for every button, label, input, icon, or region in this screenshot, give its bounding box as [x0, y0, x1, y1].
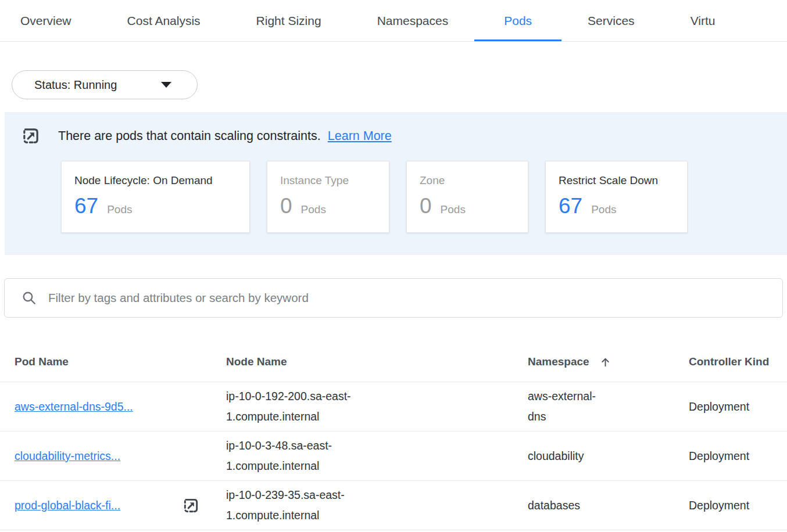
namespace-cell: aws-external-dns [513, 386, 606, 427]
column-header-label: Namespace [528, 355, 589, 368]
namespace-cell: databases [513, 495, 606, 516]
column-header-label: Node Name [226, 355, 287, 368]
tab-label: Cost Analysis [127, 14, 201, 28]
search-icon [22, 290, 37, 306]
column-header-node-name[interactable]: Node Name [212, 355, 513, 368]
node-name-cell: ip-10-0-239-35.sa-east-1.compute.interna… [212, 481, 386, 530]
chevron-down-icon [161, 82, 171, 88]
controller-kind-cell: Deployment [674, 400, 787, 414]
card-value: 67 [559, 194, 582, 218]
scaling-constraints-banner: There are pods that contain scaling cons… [5, 112, 787, 255]
search-input[interactable] [47, 290, 771, 305]
column-header-label: Controller Kind [689, 355, 769, 368]
card-metric: 0Pods [280, 194, 389, 218]
tab-overview[interactable]: Overview [20, 0, 71, 42]
node-name-cell: ip-10-0-192-200.sa-east-1.compute.intern… [212, 382, 386, 431]
tab-right-sizing[interactable]: Right Sizing [256, 0, 321, 42]
tab-label: Overview [20, 14, 71, 28]
pod-name-cell: aws-external-dns-9d5... [0, 400, 212, 414]
pod-name-link[interactable]: prod-global-black-fi... [15, 499, 120, 512]
card-title: Restrict Scale Down [559, 174, 687, 187]
tab-label: Namespaces [377, 14, 449, 28]
scale-out-icon [182, 497, 200, 515]
card-title: Instance Type [280, 174, 389, 187]
pods-table: Pod NameNode NameNamespaceController Kin… [0, 342, 787, 530]
pod-name-link[interactable]: aws-external-dns-9d5... [15, 400, 133, 414]
table-row: prod-global-black-fi...ip-10-0-239-35.sa… [0, 481, 787, 530]
card-title: Node Lifecycle: On Demand [74, 174, 249, 187]
banner-message: There are pods that contain scaling cons… [58, 129, 392, 143]
constraint-card-zone[interactable]: Zone0Pods [406, 161, 528, 233]
banner-message-text: There are pods that contain scaling cons… [58, 129, 321, 143]
card-unit: Pods [591, 203, 616, 216]
constraint-card-restrict-scale-down[interactable]: Restrict Scale Down67Pods [545, 161, 688, 233]
controller-kind-cell: Deployment [674, 499, 787, 512]
card-unit: Pods [301, 203, 326, 216]
namespace-cell: cloudability [513, 446, 606, 466]
node-name-cell: ip-10-0-3-48.sa-east-1.compute.internal [212, 432, 386, 480]
card-metric: 0Pods [420, 194, 528, 218]
pod-name-cell: prod-global-black-fi... [0, 497, 212, 515]
tab-bar: OverviewCost AnalysisRight SizingNamespa… [0, 0, 787, 42]
card-title: Zone [420, 174, 528, 187]
tab-label: Services [588, 14, 635, 28]
tab-label: Pods [504, 14, 532, 28]
sort-ascending-icon [600, 357, 611, 368]
scale-out-icon [21, 126, 41, 146]
search-bar [4, 278, 783, 318]
learn-more-link[interactable]: Learn More [328, 129, 392, 143]
constraint-cards: Node Lifecycle: On Demand67PodsInstance … [61, 161, 787, 233]
tab-cost-analysis[interactable]: Cost Analysis [127, 0, 201, 42]
column-header-controller-kind[interactable]: Controller Kind [674, 355, 787, 368]
pod-name-link[interactable]: cloudability-metrics... [15, 450, 120, 463]
tab-label: Virtu [691, 14, 716, 28]
card-value: 67 [74, 194, 98, 218]
table-row: cloudability-metrics...ip-10-0-3-48.sa-e… [0, 432, 787, 481]
pod-name-cell: cloudability-metrics... [0, 450, 212, 463]
card-metric: 67Pods [74, 194, 249, 218]
controller-kind-cell: Deployment [674, 450, 787, 463]
card-value: 0 [420, 194, 432, 218]
card-metric: 67Pods [559, 194, 687, 218]
status-filter-dropdown[interactable]: Status: Running [12, 70, 198, 99]
banner-message-row: There are pods that contain scaling cons… [21, 126, 787, 146]
table-body: aws-external-dns-9d5...ip-10-0-192-200.s… [0, 382, 787, 530]
tab-virtu[interactable]: Virtu [691, 0, 716, 42]
constraint-card-node-lifecycle-on-demand[interactable]: Node Lifecycle: On Demand67Pods [61, 161, 250, 233]
table-header: Pod NameNode NameNamespaceController Kin… [0, 342, 787, 382]
table-row: aws-external-dns-9d5...ip-10-0-192-200.s… [0, 382, 787, 432]
tab-services[interactable]: Services [588, 0, 635, 42]
column-header-label: Pod Name [15, 355, 69, 368]
constraint-card-instance-type[interactable]: Instance Type0Pods [267, 161, 389, 233]
column-header-pod-name[interactable]: Pod Name [0, 355, 212, 368]
card-unit: Pods [107, 203, 132, 216]
tab-label: Right Sizing [256, 14, 321, 28]
tab-namespaces[interactable]: Namespaces [377, 0, 449, 42]
column-header-namespace[interactable]: Namespace [513, 355, 674, 368]
card-unit: Pods [441, 203, 466, 216]
card-value: 0 [280, 194, 292, 218]
tab-pods[interactable]: Pods [504, 0, 532, 42]
status-filter-label: Status: Running [34, 78, 117, 92]
